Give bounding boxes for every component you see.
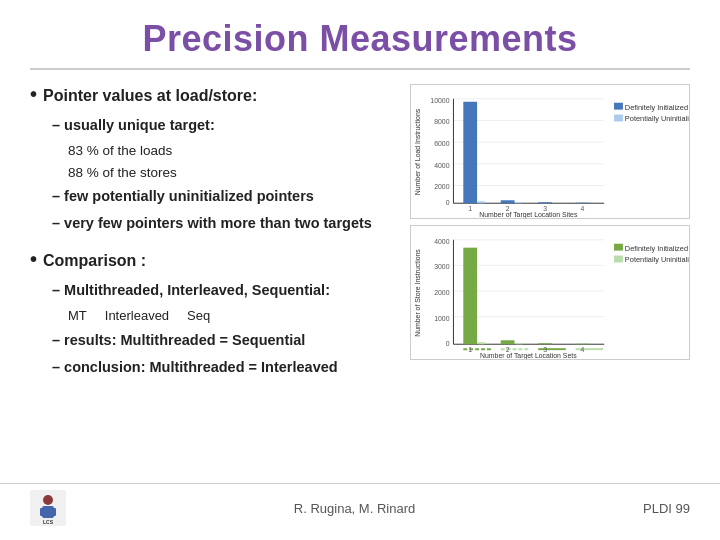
lcs-logo: LCS [30,490,66,526]
store-bar2-undef [516,343,523,344]
svg-text:4000: 4000 [434,238,449,245]
svg-text:4: 4 [581,346,585,353]
store-chart-svg: Number of Store Instructions 4000 3000 2… [411,226,689,359]
load-chart: Number of Load Instructions 10000 8000 6… [410,84,690,219]
bullet1-sub1: – usually unique target: [52,114,400,137]
store-bar3-def [538,343,552,344]
svg-text:2000: 2000 [434,289,449,296]
load-chart-svg: Number of Load Instructions 10000 8000 6… [411,85,689,218]
bullet2-sub1-table: MT Interleaved Seq [68,306,400,326]
interleaved-label: Interleaved [105,306,169,326]
bullet2-sub3-label: – conclusion: Multithreaded = Interleave… [52,359,338,375]
svg-rect-43 [614,244,623,251]
seq-label: Seq [187,306,210,326]
bullet1-sub1-b: 88 % of the stores [68,163,400,183]
svg-point-48 [43,495,53,505]
bullet1-sub3-label: – very few pointers with more than two t… [52,215,372,231]
right-charts-column: Number of Load Instructions 10000 8000 6… [410,84,690,383]
svg-text:Potentially Uninitialized: Potentially Uninitialized [625,255,689,264]
load-bar3-def [538,202,552,203]
svg-text:4: 4 [581,205,585,212]
svg-text:Potentially Uninitialized: Potentially Uninitialized [625,114,689,123]
bullet2-sub3: – conclusion: Multithreaded = Interleave… [52,356,400,379]
slide-title: Precision Measurements [30,18,690,60]
footer-authors: R. Rugina, M. Rinard [294,501,415,516]
svg-text:2000: 2000 [434,183,449,190]
svg-rect-51 [51,508,56,516]
store-bar1-def [463,248,477,345]
bullet2-sub2-label: – results: Multithreaded = Sequential [52,332,305,348]
svg-text:Definitely Initialized: Definitely Initialized [625,103,688,112]
bullet2-sub2: – results: Multithreaded = Sequential [52,329,400,352]
load-bar1-undef [478,201,485,203]
svg-rect-18 [614,103,623,110]
bullet1-dot: • [30,84,37,104]
bullet1-sub3: – very few pointers with more than two t… [52,212,400,235]
svg-rect-20 [614,115,623,122]
bullet2-label: Comparison : [43,249,146,273]
svg-text:Number of Target Location Site: Number of Target Location Sites [479,211,578,218]
load-y-label: Number of Load Instructions [414,108,421,195]
svg-rect-50 [40,508,45,516]
mt-label: MT [68,306,87,326]
svg-text:Definitely Initialized: Definitely Initialized [625,244,688,253]
svg-text:10000: 10000 [430,97,449,104]
bullet1-sub1-a: 83 % of the loads [68,141,400,161]
svg-text:Number of Store Instructions: Number of Store Instructions [414,249,421,337]
bullet2-sub1: – Multithreaded, Interleaved, Sequential… [52,279,400,302]
store-bar2-def [501,340,515,344]
bullet1-sub2-label: – few potentially uninitialized pointers [52,188,314,204]
svg-text:3000: 3000 [434,263,449,270]
bullet1-label: Pointer values at load/store: [43,84,257,108]
svg-text:0: 0 [446,340,450,347]
svg-text:1: 1 [468,205,472,212]
svg-rect-45 [614,256,623,263]
bullet2-main: • Comparison : [30,249,400,273]
svg-text:1: 1 [468,346,472,353]
bullet1-main: • Pointer values at load/store: [30,84,400,108]
svg-text:Number of Target Location Sets: Number of Target Location Sets [480,352,577,359]
load-bar2-undef [516,202,523,203]
bullet1-sub1-label: – usually unique target: [52,117,215,133]
title-divider [30,68,690,70]
bullet1-sub2: – few potentially uninitialized pointers [52,185,400,208]
store-chart: Number of Store Instructions 4000 3000 2… [410,225,690,360]
svg-text:6000: 6000 [434,140,449,147]
store-bar1-undef [478,342,485,344]
slide: Precision Measurements • Pointer values … [0,0,720,540]
svg-text:4000: 4000 [434,162,449,169]
bullet2-sub1-label: – Multithreaded, Interleaved, Sequential… [52,282,330,298]
svg-text:LCS: LCS [43,519,54,525]
content-area: • Pointer values at load/store: – usuall… [30,84,690,383]
svg-text:0: 0 [446,199,450,206]
bullet2-dot: • [30,249,37,269]
load-bar1-def [463,102,477,203]
load-bar2-def [501,200,515,203]
footer: LCS R. Rugina, M. Rinard PLDI 99 [0,483,720,526]
left-text-column: • Pointer values at load/store: – usuall… [30,84,400,383]
svg-text:8000: 8000 [434,118,449,125]
footer-left: LCS [30,490,66,526]
svg-text:1000: 1000 [434,315,449,322]
footer-conference: PLDI 99 [643,501,690,516]
